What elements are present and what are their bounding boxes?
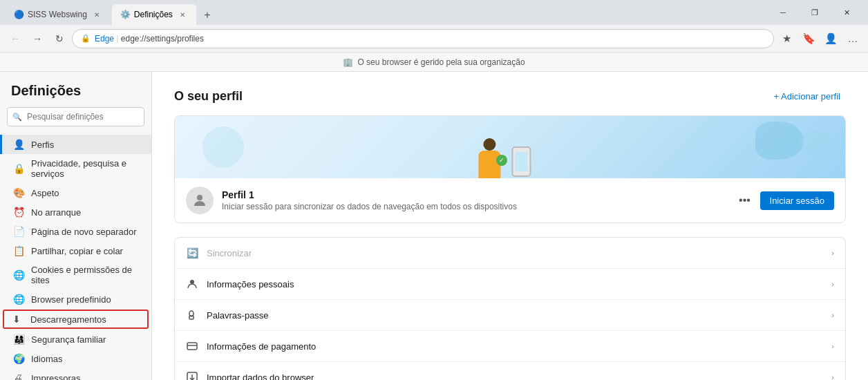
browser-predefinido-icon: 🌐 xyxy=(13,294,24,305)
sidebar-label-seguranca-familiar: Segurança familiar xyxy=(31,334,106,345)
sidebar-search[interactable]: 🔍 xyxy=(7,107,144,126)
profile-card: ✓ Perfil 1 Iniciar sessão para sincroniz… xyxy=(174,115,846,223)
sidebar-item-descarregamentos[interactable]: ⬇ Descarregamentos xyxy=(3,310,149,329)
settings-label-palavras-passe: Palavras-passe xyxy=(207,310,823,321)
address-input[interactable]: 🔒 Edge | edge://settings/profiles xyxy=(72,29,774,48)
sidebar-item-seguranca-familiar[interactable]: 👨‍👩‍👧 Segurança familiar xyxy=(0,330,151,349)
chevron-icon-importar: › xyxy=(831,373,834,380)
sidebar-item-partilhar[interactable]: 📋 Partilhar, copiar e colar xyxy=(0,241,151,260)
aspeto-icon: 🎨 xyxy=(13,187,24,198)
tab-bar: 🔵 SISS Webswing ✕ ⚙️ Definições ✕ + xyxy=(6,0,764,25)
profile-icon[interactable]: 👤 xyxy=(821,29,840,48)
page-title: O seu perfil xyxy=(174,89,243,104)
informacoes-pagamento-icon xyxy=(186,340,198,352)
sidebar-item-cookies[interactable]: 🌐 Cookies e permissões de sites xyxy=(0,260,151,289)
address-text: Edge | edge://settings/profiles xyxy=(95,34,204,44)
chevron-icon-palavras-passe: › xyxy=(831,311,834,319)
profile-details: Perfil 1 Iniciar sessão para sincronizar… xyxy=(222,189,727,211)
sidebar-title: Definições xyxy=(0,83,151,107)
add-profile-button[interactable]: + Adicionar perfil xyxy=(768,88,846,104)
sidebar-label-no-arranque: No arranque xyxy=(31,207,81,218)
info-bar-icon: 🏢 xyxy=(343,57,353,67)
settings-label-informacoes-pessoais: Informações pessoais xyxy=(207,279,823,289)
sidebar-item-pagina-novo-separador[interactable]: 📄 Página de novo separador xyxy=(0,222,151,241)
no-arranque-icon: ⏰ xyxy=(13,207,24,218)
settings-menu-icon[interactable]: … xyxy=(843,29,862,48)
settings-item-informacoes-pagamento[interactable]: Informações de pagamento › xyxy=(175,331,845,362)
importar-icon xyxy=(186,371,198,380)
settings-label-importar: Importar dados do browser xyxy=(207,372,823,381)
info-bar-text: O seu browser é gerido pela sua organiza… xyxy=(357,57,525,67)
tab-siss[interactable]: 🔵 SISS Webswing ✕ xyxy=(6,4,111,25)
banner-decoration-3 xyxy=(800,130,831,154)
back-button[interactable]: ← xyxy=(6,29,25,48)
tab-title-siss: SISS Webswing xyxy=(28,10,87,19)
sidebar-label-descarregamentos: Descarregamentos xyxy=(30,314,106,325)
minimize-button[interactable]: ─ xyxy=(767,0,799,25)
sidebar-item-privacidade[interactable]: 🔒 Privacidade, pesquisa e serviços xyxy=(0,154,151,183)
svg-rect-4 xyxy=(187,343,197,350)
sidebar-label-partilhar: Partilhar, copiar e colar xyxy=(31,246,123,256)
settings-item-informacoes-pessoais[interactable]: Informações pessoais › xyxy=(175,269,845,300)
sidebar-item-aspeto[interactable]: 🎨 Aspeto xyxy=(0,183,151,202)
sidebar-item-idiomas[interactable]: 🌍 Idiomas xyxy=(0,349,151,368)
sidebar-label-browser-predefinido: Browser predefinido xyxy=(31,294,111,305)
privacidade-icon: 🔒 xyxy=(13,163,24,174)
banner-decoration-2 xyxy=(755,122,804,160)
svg-point-0 xyxy=(197,195,202,200)
tab-close-siss[interactable]: ✕ xyxy=(91,9,102,20)
close-button[interactable]: ✕ xyxy=(831,0,862,25)
collections-icon[interactable]: 🔖 xyxy=(799,29,818,48)
chevron-icon-informacoes-pessoais: › xyxy=(831,280,834,288)
refresh-button[interactable]: ↻ xyxy=(50,29,69,48)
info-bar: 🏢 O seu browser é gerido pela sua organi… xyxy=(0,53,868,72)
partilhar-icon: 📋 xyxy=(13,245,24,256)
sidebar-label-pagina-novo-separador: Página de novo separador xyxy=(31,227,137,237)
avatar xyxy=(186,187,214,214)
restore-button[interactable]: ❐ xyxy=(799,0,831,25)
settings-item-sincronizar: 🔄 Sincronizar › xyxy=(175,238,845,269)
edge-label: Edge xyxy=(95,34,114,44)
phone-figure xyxy=(511,146,531,177)
profile-info: Perfil 1 Iniciar sessão para sincronizar… xyxy=(175,178,845,222)
sidebar-item-perfis[interactable]: 👤 Perfis xyxy=(0,135,151,154)
toolbar-icons: ★ 🔖 👤 … xyxy=(777,29,862,48)
tab-close-definicoes[interactable]: ✕ xyxy=(177,9,188,20)
tab-definicoes[interactable]: ⚙️ Definições ✕ xyxy=(112,4,196,25)
svg-rect-3 xyxy=(189,316,194,319)
main-layout: Definições 🔍 👤 Perfis 🔒 Privacidade, pes… xyxy=(0,72,868,380)
more-options-button[interactable]: ••• xyxy=(735,191,755,210)
address-path: edge://settings/profiles xyxy=(121,34,204,44)
search-input[interactable] xyxy=(7,107,144,126)
window-controls: ─ ❐ ✕ xyxy=(767,0,862,25)
new-tab-button[interactable]: + xyxy=(198,6,217,25)
sidebar: Definições 🔍 👤 Perfis 🔒 Privacidade, pes… xyxy=(0,72,152,380)
pagina-novo-separador-icon: 📄 xyxy=(13,226,24,237)
descarregamentos-icon: ⬇ xyxy=(12,314,23,325)
profile-name: Perfil 1 xyxy=(222,189,727,200)
sidebar-label-aspeto: Aspeto xyxy=(31,188,59,198)
content-header: O seu perfil + Adicionar perfil xyxy=(174,88,846,104)
favorites-icon[interactable]: ★ xyxy=(777,29,796,48)
profile-banner: ✓ xyxy=(175,116,845,178)
chevron-icon-sincronizar: › xyxy=(831,249,834,257)
chevron-icon-informacoes-pagamento: › xyxy=(831,342,834,350)
profile-actions: ••• Iniciar sessão xyxy=(735,191,834,210)
sidebar-item-impressoras[interactable]: 🖨 Impressoras xyxy=(0,368,151,380)
cookies-icon: 🌐 xyxy=(13,269,24,281)
lock-icon: 🔒 xyxy=(81,34,91,43)
sidebar-label-perfis: Perfis xyxy=(31,140,54,150)
sidebar-label-privacidade: Privacidade, pesquisa e serviços xyxy=(31,158,140,179)
settings-item-palavras-passe[interactable]: Palavras-passe › xyxy=(175,300,845,331)
forward-button[interactable]: → xyxy=(28,29,47,48)
person-head xyxy=(483,138,496,151)
sidebar-item-browser-predefinido[interactable]: 🌐 Browser predefinido xyxy=(0,289,151,309)
sidebar-item-no-arranque[interactable]: ⏰ No arranque xyxy=(0,202,151,222)
settings-item-importar[interactable]: Importar dados do browser › xyxy=(175,362,845,380)
signin-button[interactable]: Iniciar sessão xyxy=(760,191,834,210)
search-icon: 🔍 xyxy=(12,113,22,122)
settings-label-sincronizar: Sincronizar xyxy=(207,248,823,258)
idiomas-icon: 🌍 xyxy=(13,353,24,364)
settings-label-informacoes-pagamento: Informações de pagamento xyxy=(207,341,823,352)
tab-title-definicoes: Definições xyxy=(134,10,173,19)
